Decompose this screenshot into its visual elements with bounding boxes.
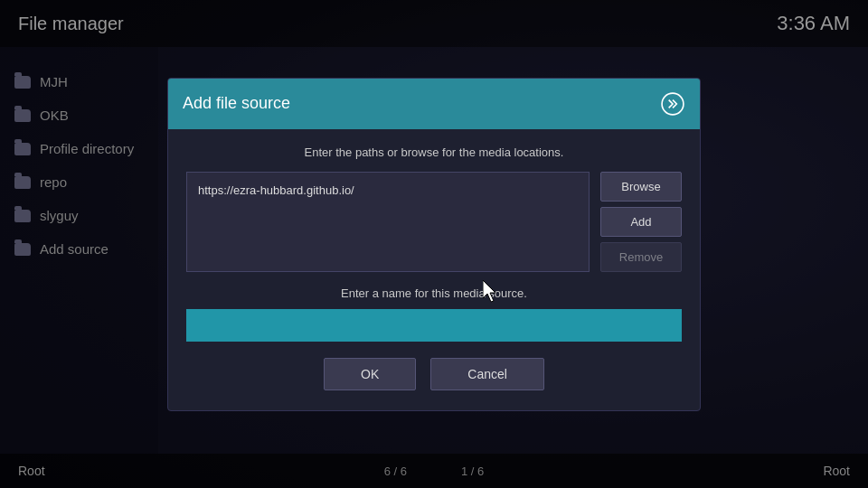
- modal-overlay: Add file source Enter the paths or brows…: [0, 0, 868, 488]
- dialog-footer: OK Cancel: [186, 358, 682, 394]
- source-buttons: Browse Add Remove: [600, 172, 682, 272]
- ok-button[interactable]: OK: [324, 358, 416, 390]
- dialog: Add file source Enter the paths or brows…: [167, 78, 701, 411]
- remove-button[interactable]: Remove: [600, 242, 682, 272]
- name-input[interactable]: [186, 309, 682, 342]
- dialog-header: Add file source: [168, 79, 700, 129]
- name-input-wrapper: [186, 309, 682, 342]
- dialog-close-button[interactable]: [660, 91, 685, 117]
- name-instruction: Enter a name for this media source.: [186, 286, 682, 300]
- source-area: https://ezra-hubbard.github.io/ Browse A…: [186, 172, 682, 272]
- browse-button[interactable]: Browse: [600, 172, 682, 202]
- dialog-body: Enter the paths or browse for the media …: [168, 129, 700, 410]
- add-button[interactable]: Add: [600, 207, 682, 237]
- kodi-icon: [661, 92, 684, 116]
- source-list[interactable]: https://ezra-hubbard.github.io/: [186, 172, 590, 272]
- dialog-title: Add file source: [183, 94, 290, 113]
- dialog-instruction: Enter the paths or browse for the media …: [186, 145, 682, 159]
- source-url: https://ezra-hubbard.github.io/: [198, 183, 354, 197]
- cancel-button[interactable]: Cancel: [430, 358, 544, 390]
